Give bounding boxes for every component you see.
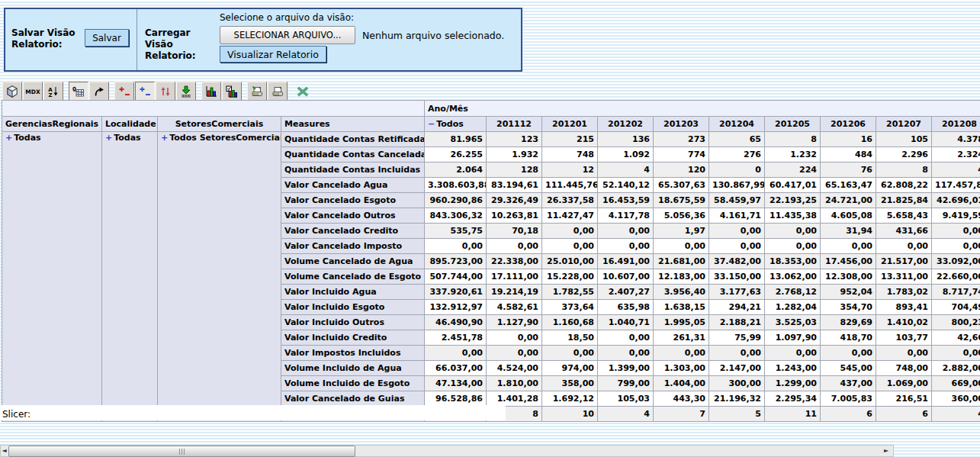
swap-axes-icon — [159, 85, 172, 98]
pivot-value-cell: 974,00 — [542, 361, 598, 376]
pivot-value-cell: 4.605,08 — [821, 208, 876, 224]
show-parents-button[interactable]: 0 — [69, 82, 88, 101]
pivot-value-cell: 0,00 — [542, 239, 598, 254]
pivot-value-cell: 1.303,00 — [654, 361, 709, 376]
mdx-editor-icon: MDX — [25, 85, 40, 98]
pivot-value-cell: 4 — [932, 407, 980, 422]
measure-label: Valor Cancelado Esgoto — [281, 193, 425, 208]
pivot-value-cell: 1.040,71 — [598, 315, 654, 330]
select-file-button[interactable]: SELECIONAR ARQUIVO... — [220, 26, 355, 44]
row-axis-header-measures: Measures — [281, 117, 425, 132]
pivot-value-cell: 0 — [709, 163, 765, 178]
pivot-value-cell: 46.490,90 — [425, 315, 487, 330]
pivot-value-cell: 120 — [654, 163, 709, 178]
pivot-value-cell: 800,23 — [932, 315, 980, 330]
pivot-value-cell: 24.721,00 — [821, 193, 876, 208]
measure-label: Valor Cancelado de Guias — [281, 391, 425, 407]
pivot-value-cell: 1.243,00 — [765, 361, 821, 376]
hide-spans-button[interactable] — [89, 82, 109, 101]
expand-collapse-icon[interactable]: + — [161, 133, 168, 143]
measure-label: Quantidade Contas Canceladas — [281, 147, 425, 163]
pivot-value-cell: 1.232 — [765, 147, 821, 163]
pivot-value-cell: 52.140,12 — [598, 178, 654, 193]
swap-axes-button[interactable] — [156, 82, 175, 101]
save-button[interactable]: Salvar — [85, 29, 129, 47]
pivot-value-cell: 0,00 — [765, 224, 821, 239]
pivot-value-cell: 1.783,02 — [876, 285, 932, 300]
pivot-value-cell: 12 — [542, 163, 598, 178]
pivot-value-cell: 1.097,90 — [765, 330, 821, 346]
olap-navigator-button[interactable] — [2, 82, 22, 101]
pivot-value-cell: 22.660,00 — [932, 269, 980, 285]
pivot-value-cell: 895.723,00 — [425, 254, 487, 269]
chart-button[interactable] — [201, 82, 221, 101]
expand-collapse-icon[interactable]: + — [5, 133, 12, 143]
olap-navigator-icon — [5, 85, 19, 98]
suppress-empty-button[interactable] — [135, 82, 155, 101]
pivot-value-cell: 42.696,01 — [932, 193, 980, 208]
pivot-value-cell: 42,66 — [932, 330, 980, 346]
pivot-value-cell: 29.326,49 — [487, 193, 542, 208]
pivot-value-cell: 0,00 — [487, 330, 542, 346]
measure-label: Valor Incluido Credito — [281, 330, 425, 346]
scroll-thumb-grip-icon — [179, 449, 185, 455]
scroll-right-arrow-icon[interactable]: ► — [882, 446, 891, 456]
mdx-editor-button[interactable]: MDX — [23, 82, 43, 101]
pivot-value-cell: 0,00 — [821, 239, 876, 254]
pivot-value-cell: 10.607,00 — [598, 269, 654, 285]
pivot-value-cell: 535,75 — [425, 224, 487, 239]
pivot-value-cell: 0,00 — [932, 346, 980, 361]
measure-label: Valor Cancelado Imposto — [281, 239, 425, 254]
suppress-empty-icon — [139, 85, 151, 98]
pivot-value-cell: 0,00 — [654, 346, 709, 361]
pivot-value-cell: 26.337,58 — [542, 193, 598, 208]
measure-label: Quantidade Contas Incluidas — [281, 163, 425, 178]
scroll-left-arrow-icon[interactable]: ◄ — [1, 446, 8, 456]
expand-collapse-icon[interactable]: − — [428, 119, 435, 129]
show-properties-button[interactable] — [114, 82, 134, 101]
scroll-thumb[interactable] — [8, 446, 355, 457]
pivot-value-cell: 117.457,86 — [932, 178, 980, 193]
pivot-value-cell: 1.282,04 — [765, 300, 821, 315]
pivot-value-cell: 215 — [542, 132, 598, 147]
print-config-button[interactable] — [247, 82, 267, 101]
pivot-value-cell: 128 — [487, 163, 542, 178]
print-pdf-button[interactable] — [268, 82, 288, 101]
pivot-value-cell: 16.453,59 — [598, 193, 654, 208]
view-report-button[interactable]: Visualizar Relatorio — [220, 46, 326, 63]
print-config-icon — [251, 85, 263, 98]
svg-text:Z: Z — [48, 92, 52, 98]
pivot-value-cell: 224 — [765, 163, 821, 178]
slicer-band — [0, 405, 506, 420]
measure-label: Valor Cancelado Credito — [281, 224, 425, 239]
drill-through-button[interactable] — [176, 82, 196, 101]
expand-collapse-icon[interactable]: + — [105, 133, 112, 143]
pivot-value-cell: 1.404,00 — [654, 376, 709, 391]
horizontal-scrollbar[interactable]: ◄ ► — [0, 445, 894, 457]
pivot-value-cell: 5.658,43 — [876, 208, 932, 224]
chart-config-button[interactable] — [222, 82, 242, 101]
pivot-value-cell: 1.399,00 — [598, 361, 654, 376]
pivot-value-cell: 83.194,61 — [487, 178, 542, 193]
pivot-value-cell: 0,00 — [765, 239, 821, 254]
pivot-value-cell: 0,00 — [765, 346, 821, 361]
pivot-value-cell: 75,99 — [709, 330, 765, 346]
pivot-value-cell: 11.435,38 — [765, 208, 821, 224]
axis-header-row: Ano/Mês — [2, 101, 980, 117]
pivot-value-cell: 47.134,00 — [425, 376, 487, 391]
show-parents-icon: 0 — [72, 85, 85, 98]
pivot-value-cell: 15.228,00 — [542, 269, 598, 285]
pivot-value-cell: 3.177,63 — [709, 285, 765, 300]
measure-label: Volume Cancelado de Agua — [281, 254, 425, 269]
export-excel-button — [293, 82, 313, 101]
pivot-value-cell: 60.417,01 — [765, 178, 821, 193]
pivot-value-cell: 26.255 — [425, 147, 487, 163]
pivot-value-cell: 18.675,59 — [654, 193, 709, 208]
pivot-value-cell: 0,00 — [425, 346, 487, 361]
pivot-value-cell: 65.307,63 — [654, 178, 709, 193]
pivot-value-cell: 0,00 — [932, 224, 980, 239]
pivot-value-cell: 4 — [932, 163, 980, 178]
sort-button[interactable]: AZ — [43, 82, 63, 101]
pivot-value-cell: 3.956,40 — [654, 285, 709, 300]
pivot-value-cell: 1.932 — [487, 147, 542, 163]
